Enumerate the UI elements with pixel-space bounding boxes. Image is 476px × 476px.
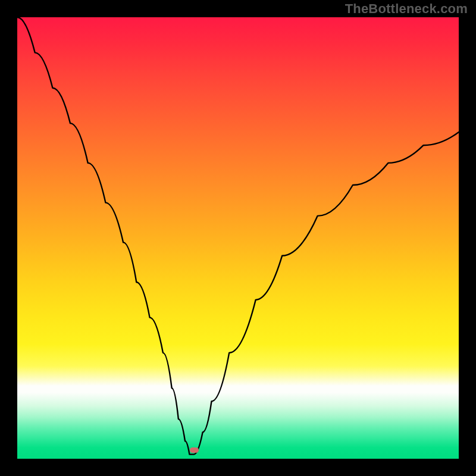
min-point-marker — [190, 447, 199, 453]
watermark-text: TheBottleneck.com — [345, 1, 468, 17]
chart-frame: TheBottleneck.com — [0, 0, 476, 476]
bottleneck-curve — [17, 17, 459, 455]
curve-svg — [17, 17, 459, 459]
plot-area — [17, 17, 459, 459]
